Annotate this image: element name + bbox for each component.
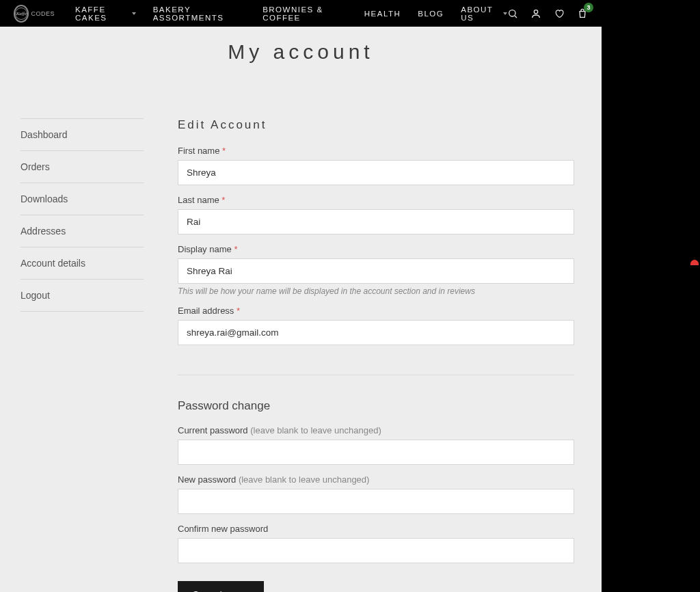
sidebar-item-dashboard[interactable]: Dashboard (21, 119, 144, 150)
nav-brownies-coffee[interactable]: BROWNIES & COFFEE (262, 5, 347, 22)
confirm-password-input[interactable] (178, 538, 574, 563)
notification-indicator-icon (690, 260, 699, 265)
main-header: Kaffe CODES KAFFE CAKES BAKERY ASSORTMEN… (0, 0, 602, 27)
svg-line-1 (515, 16, 517, 18)
chevron-down-icon (132, 12, 136, 15)
page-title: My account (21, 27, 581, 70)
save-changes-button[interactable]: Save changes (178, 581, 264, 592)
email-label: Email address * (178, 306, 574, 316)
cart-count-badge: 3 (584, 3, 593, 12)
new-password-label: New password (leave blank to leave uncha… (178, 474, 574, 485)
site-logo[interactable]: Kaffe CODES (14, 4, 55, 23)
logo-text: CODES (31, 10, 55, 17)
email-input[interactable] (178, 320, 574, 345)
sidebar-item-addresses[interactable]: Addresses (21, 215, 144, 247)
sidebar-item-logout[interactable]: Logout (21, 280, 144, 311)
cart-icon[interactable]: 3 (577, 8, 588, 19)
display-name-help: This will be how your name will be displ… (178, 286, 574, 296)
current-password-input[interactable] (178, 440, 574, 465)
account-sidebar: Dashboard Orders Downloads Addresses Acc… (21, 118, 144, 592)
search-icon[interactable] (507, 8, 518, 19)
display-name-label: Display name * (178, 244, 574, 254)
nav-bakery-assortments[interactable]: BAKERY ASSORTMENTS (153, 5, 245, 22)
edit-account-form: Edit Account First name * Last name * Di… (178, 118, 581, 592)
logo-script: Kaffe (16, 11, 27, 16)
svg-point-0 (509, 10, 515, 16)
display-name-input[interactable] (178, 258, 574, 284)
confirm-password-label: Confirm new password (178, 524, 574, 534)
header-icons: 3 (507, 8, 588, 19)
account-icon[interactable] (530, 8, 541, 19)
nav-kaffe-cakes[interactable]: KAFFE CAKES (75, 5, 136, 22)
sidebar-item-orders[interactable]: Orders (21, 151, 144, 183)
wishlist-icon[interactable] (554, 8, 565, 19)
last-name-label: Last name * (178, 195, 574, 205)
last-name-input[interactable] (178, 209, 574, 234)
first-name-input[interactable] (178, 160, 574, 185)
new-password-input[interactable] (178, 489, 574, 514)
nav-about-us[interactable]: ABOUT US (461, 5, 507, 22)
nav-health[interactable]: HEALTH (364, 10, 401, 18)
first-name-label: First name * (178, 146, 574, 156)
nav-blog[interactable]: BLOG (418, 10, 444, 18)
edit-account-heading: Edit Account (178, 118, 574, 132)
svg-point-2 (534, 10, 537, 13)
sidebar-item-account-details[interactable]: Account details (21, 247, 144, 279)
password-change-heading: Password change (178, 399, 574, 413)
sidebar-item-downloads[interactable]: Downloads (21, 183, 144, 215)
main-nav: KAFFE CAKES BAKERY ASSORTMENTS BROWNIES … (75, 5, 507, 22)
current-password-label: Current password (leave blank to leave u… (178, 425, 574, 435)
